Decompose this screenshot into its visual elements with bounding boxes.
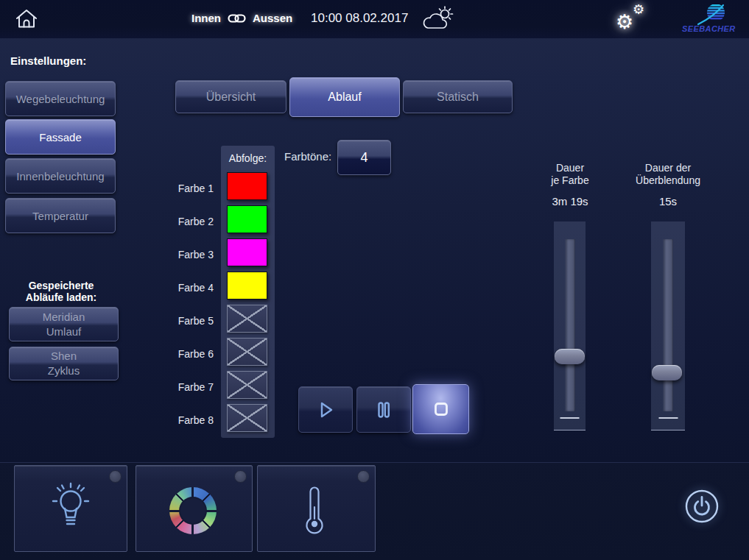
saved-sequences-title: Gespeicherte Abläufe laden: — [5, 280, 117, 303]
farbe-1-swatch[interactable] — [227, 172, 267, 200]
farbe-3-swatch[interactable] — [227, 238, 267, 266]
sidebar-item-label: Innenbeleuchtung — [16, 170, 104, 182]
saved-title-line2: Abläufe laden: — [5, 291, 117, 303]
thermometer-icon — [302, 483, 327, 535]
slider-title-line2: je Farbe — [526, 174, 614, 187]
farbe-6-label: Farbe 6 — [161, 348, 214, 360]
seebacher-logo-mark — [678, 2, 741, 26]
tab-statisch[interactable]: Statisch — [403, 80, 513, 113]
gear-big-glyph: ⚙ — [616, 10, 633, 33]
saved-label-line2: Umlauf — [46, 325, 82, 339]
aussen-label[interactable]: Aussen — [253, 12, 292, 24]
slider-track — [664, 239, 673, 411]
farbe-2-swatch[interactable] — [227, 205, 267, 233]
settings-title: Einstellungen: — [10, 54, 86, 67]
slider-crossfade-value: 15s — [621, 195, 715, 208]
innen-aussen-link[interactable]: Innen Aussen — [191, 12, 292, 24]
power-icon — [683, 488, 720, 525]
slider-crossfade-title: Dauer der Überblendung — [621, 162, 715, 187]
slider-track — [565, 239, 574, 411]
slider-handle[interactable] — [555, 349, 585, 364]
home-icon[interactable] — [15, 8, 38, 29]
sidebar-item-label: Temperatur — [32, 210, 88, 222]
tab-label: Statisch — [437, 91, 479, 104]
farbe-7-label: Farbe 7 — [161, 381, 214, 393]
duration-per-color-slider[interactable] — [554, 221, 586, 430]
stop-button[interactable] — [412, 384, 469, 434]
slider-title-line1: Dauer — [526, 162, 614, 174]
status-indicator — [234, 470, 247, 483]
play-icon — [313, 397, 338, 422]
farbe-5-label: Farbe 5 — [161, 315, 214, 327]
farbe-3-label: Farbe 3 — [161, 249, 214, 260]
saved-label-line2: Zyklus — [48, 364, 80, 378]
tab-label: Übersicht — [206, 91, 256, 104]
seebacher-logo-text: SEEBACHER — [682, 24, 741, 33]
farbe-4-label: Farbe 4 — [161, 282, 214, 294]
bulb-icon — [47, 479, 94, 536]
saved-label-line1: Shen — [51, 349, 77, 364]
slider-handle[interactable] — [652, 365, 682, 380]
slider-title-line1: Dauer der — [621, 162, 715, 174]
power-button[interactable] — [683, 488, 720, 525]
farbtoene-value: 4 — [360, 150, 368, 166]
farbe-5-swatch[interactable] — [227, 305, 267, 333]
link-icon — [228, 13, 246, 24]
status-indicator — [357, 470, 370, 483]
farbtoene-label: Farbtöne: — [284, 150, 331, 163]
play-button[interactable] — [298, 386, 353, 433]
sidebar-item-temperatur[interactable]: Temperatur — [5, 198, 116, 233]
sidebar-item-label: Wegebeleuchtung — [16, 93, 105, 105]
farbe-6-swatch[interactable] — [227, 338, 267, 366]
color-wheel-icon — [169, 487, 217, 534]
stop-icon — [428, 396, 454, 422]
sidebar-item-fassade[interactable]: Fassade — [5, 119, 116, 155]
topbar: Innen Aussen 10:00 08.02.2017 ⚙ — [0, 0, 749, 38]
saved-label-line1: Meridian — [43, 310, 85, 325]
farbe-8-swatch[interactable] — [227, 404, 267, 432]
seebacher-logo: SEEBACHER — [678, 2, 741, 36]
status-indicator — [109, 470, 122, 483]
sidebar-item-label: Fassade — [39, 131, 82, 143]
sidebar-item-innenbeleuchtung[interactable]: Innenbeleuchtung — [5, 158, 116, 194]
fassade-settings-screen: Innen Aussen 10:00 08.02.2017 ⚙ — [0, 0, 749, 560]
innen-label[interactable]: Innen — [191, 12, 221, 24]
pause-icon — [371, 397, 396, 422]
crossfade-duration-slider[interactable] — [651, 221, 685, 430]
farbe-8-label: Farbe 8 — [161, 414, 214, 426]
slider-duration-value: 3m 19s — [526, 195, 614, 208]
slider-duration-title: Dauer je Farbe — [526, 162, 614, 187]
datetime: 10:00 08.02.2017 — [311, 11, 408, 26]
tab-uebersicht[interactable]: Übersicht — [175, 80, 286, 113]
saved-title-line1: Gespeicherte — [5, 280, 117, 291]
farbtoene-value-button[interactable]: 4 — [337, 140, 391, 175]
weather-icon[interactable] — [421, 5, 454, 33]
tab-label: Ablauf — [328, 91, 361, 104]
farbe-2-label: Farbe 2 — [161, 216, 214, 227]
gear-small-glyph: ⚙ — [633, 1, 644, 17]
saved-sequence-meridian-umlauf[interactable]: Meridian Umlauf — [9, 307, 119, 341]
gears-icon[interactable]: ⚙ ⚙ — [616, 3, 647, 35]
sequence-header: Abfolge: — [221, 152, 275, 164]
farbe-4-swatch[interactable] — [227, 272, 267, 300]
sidebar-item-wegebeleuchtung[interactable]: Wegebeleuchtung — [5, 81, 116, 116]
saved-sequence-shen-zyklus[interactable]: Shen Zyklus — [9, 347, 119, 380]
slider-title-line2: Überblendung — [621, 174, 715, 187]
farbe-1-label: Farbe 1 — [161, 182, 214, 194]
pause-button[interactable] — [356, 386, 411, 433]
farbe-7-swatch[interactable] — [227, 371, 267, 399]
tab-ablauf[interactable]: Ablauf — [289, 77, 400, 117]
